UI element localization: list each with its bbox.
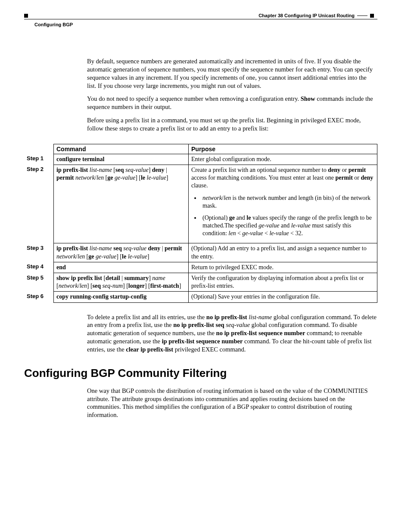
table-row: Step 2ip prefix-list list-name [seq seq-… [24,165,377,243]
paragraph: Before using a prefix list in a command,… [87,116,377,133]
command-cell: show ip prefix list [detail | summary] n… [54,273,189,292]
step-label: Step 1 [24,154,54,165]
section-label: Configuring BGP [34,22,377,27]
step-label: Step 2 [24,165,54,243]
header-square-icon [24,14,28,18]
header-rule-icon [357,16,367,16]
chapter-label: Chapter 38 Configuring IP Unicast Routin… [258,13,355,18]
table-header-step [24,144,54,154]
command-cell: copy running-config startup-config [54,292,189,302]
table-row: Step 1configure terminalEnter global con… [24,154,377,165]
purpose-cell: Create a prefix list with an optional se… [189,165,377,243]
table-row: Step 4endReturn to privileged EXEC mode. [24,262,377,273]
table-header-command: Command [54,144,189,154]
step-label: Step 5 [24,273,54,292]
section-heading: Configuring BGP Community Filtering [24,367,377,380]
header-square-icon [370,14,374,18]
purpose-list: network/len is the network number and le… [191,194,374,238]
page-header: Chapter 38 Configuring IP Unicast Routin… [24,13,377,19]
command-cell: ip prefix-list list-name [seq seq-value]… [54,165,189,243]
body-paragraphs: By default, sequence numbers are generat… [87,57,377,133]
purpose-cell: Enter global configuration mode. [189,154,377,165]
purpose-cell: Return to privileged EXEC mode. [189,262,377,273]
table-row: Step 6copy running-config startup-config… [24,292,377,302]
command-table: Command Purpose Step 1configure terminal… [24,144,377,303]
purpose-cell: Verify the configuration by displaying i… [189,273,377,292]
paragraph: You do not need to specify a sequence nu… [87,95,377,111]
paragraph: One way that BGP controls the distributi… [87,387,377,419]
table-row: Step 3ip prefix-list list-name seq seq-v… [24,243,377,262]
command-cell: ip prefix-list list-name seq seq-value d… [54,243,189,262]
list-item: network/len is the network number and le… [201,194,374,210]
purpose-cell: (Optional) Save your entries in the conf… [189,292,377,302]
command-cell: end [54,262,189,273]
step-label: Step 3 [24,243,54,262]
paragraph: By default, sequence numbers are generat… [87,57,377,90]
command-cell: configure terminal [54,154,189,165]
purpose-cell: (Optional) Add an entry to a prefix list… [189,243,377,262]
list-item: (Optional) ge and le values specify the … [201,214,374,238]
table-row: Step 5show ip prefix list [detail | summ… [24,273,377,292]
paragraph: To delete a prefix list and all its entr… [87,313,377,354]
table-header-purpose: Purpose [189,144,377,154]
step-label: Step 4 [24,262,54,273]
step-label: Step 6 [24,292,54,302]
